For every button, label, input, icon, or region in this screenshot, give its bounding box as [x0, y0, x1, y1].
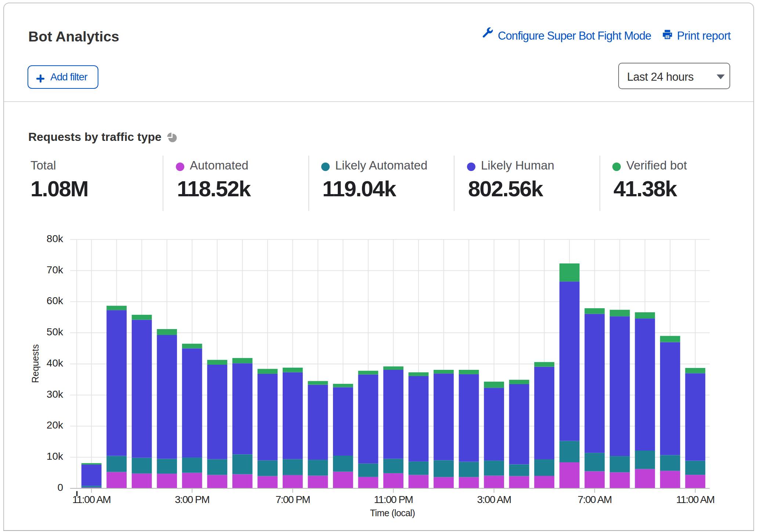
svg-text:3:00 PM: 3:00 PM — [175, 494, 209, 505]
svg-text:0: 0 — [57, 482, 63, 493]
svg-text:80k: 80k — [47, 233, 64, 244]
svg-text:40k: 40k — [47, 357, 64, 369]
svg-text:Requests: Requests — [30, 344, 40, 383]
svg-text:50k: 50k — [47, 326, 64, 338]
svg-text:10k: 10k — [47, 451, 64, 462]
svg-text:20k: 20k — [47, 419, 64, 431]
svg-text:3:00 AM: 3:00 AM — [477, 494, 511, 505]
svg-text:Time (local): Time (local) — [370, 508, 415, 518]
svg-text:70k: 70k — [47, 264, 64, 276]
svg-text:11:00 AM: 11:00 AM — [676, 494, 714, 505]
svg-text:11:00 PM: 11:00 PM — [374, 494, 413, 505]
svg-text:7:00 PM: 7:00 PM — [275, 494, 310, 505]
svg-text:11:00 AM: 11:00 AM — [72, 494, 111, 505]
svg-text:60k: 60k — [47, 295, 64, 306]
svg-text:30k: 30k — [47, 389, 64, 400]
svg-text:7:00 AM: 7:00 AM — [578, 494, 612, 505]
